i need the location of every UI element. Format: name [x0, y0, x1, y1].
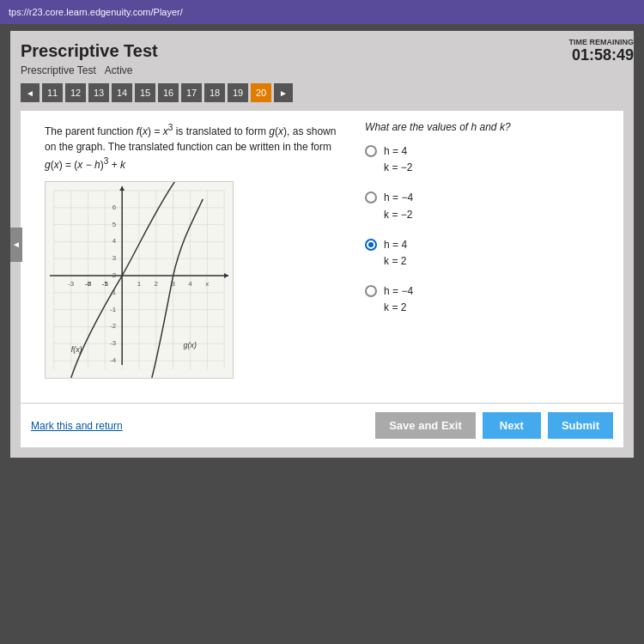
nav-item-12[interactable]: 12	[65, 83, 86, 102]
nav-item-14[interactable]: 14	[112, 83, 132, 102]
nav-item-15[interactable]: 15	[135, 83, 155, 102]
test-title: Prescriptive Test	[21, 41, 623, 61]
svg-text:-1: -1	[110, 306, 117, 313]
radio-option-2[interactable]	[365, 191, 377, 204]
svg-text:-3: -3	[68, 280, 75, 288]
nav-item-13[interactable]: 13	[88, 83, 109, 102]
main-content: TIME REMAINING 01:58:49 Prescriptive Tes…	[10, 31, 634, 458]
bottom-bar: Mark this and return Save and Exit Next …	[21, 403, 623, 447]
svg-text:x: x	[205, 280, 209, 288]
nav-item-18[interactable]: 18	[204, 83, 225, 102]
timer-label: TIME REMAINING	[569, 38, 635, 46]
svg-text:2: 2	[112, 271, 116, 279]
action-buttons: Save and Exit Next Submit	[375, 412, 613, 439]
svg-text:-3: -3	[110, 339, 117, 347]
svg-text:4: 4	[112, 237, 117, 245]
nav-next-button[interactable]: ►	[274, 83, 293, 102]
next-button[interactable]: Next	[483, 412, 541, 439]
left-panel: The parent function f(x) = x3 is transla…	[31, 121, 348, 392]
answer-text-3: h = 4k = 2	[384, 237, 407, 270]
right-panel: What are the values of h and k? h = 4k =…	[356, 121, 613, 392]
question-text: The parent function f(x) = x3 is transla…	[45, 121, 348, 173]
question-area: ◄ The parent function f(x) = x3 is trans…	[21, 111, 623, 403]
answer-option-2[interactable]: h = −4k = −2	[365, 190, 613, 222]
graph-container: -6 -5 -3 -2 -1 1 2 3 4 x	[45, 181, 234, 379]
save-exit-button[interactable]: Save and Exit	[375, 412, 476, 439]
svg-text:2: 2	[155, 280, 158, 288]
svg-text:1: 1	[137, 280, 142, 288]
nav-item-17[interactable]: 17	[181, 83, 202, 102]
nav-prev-button[interactable]: ◄	[21, 83, 39, 102]
timer-value: 01:58:49	[569, 46, 635, 64]
svg-text:4: 4	[188, 280, 192, 288]
nav-item-11[interactable]: 11	[42, 83, 63, 102]
nav-item-16[interactable]: 16	[158, 83, 179, 102]
svg-text:5: 5	[112, 221, 117, 228]
side-nav-left[interactable]: ◄	[10, 228, 22, 262]
svg-text:6: 6	[112, 204, 117, 211]
svg-marker-23	[224, 273, 228, 278]
radio-option-3[interactable]	[365, 239, 377, 251]
svg-text:-1: -1	[102, 280, 109, 288]
question-prompt: What are the values of h and k?	[365, 121, 613, 133]
answer-option-4[interactable]: h = −4k = 2	[365, 283, 613, 316]
answer-text-1: h = 4k = −2	[384, 143, 412, 176]
svg-marker-25	[119, 186, 125, 191]
svg-text:f(x): f(x)	[71, 345, 82, 354]
answer-text-4: h = −4k = 2	[384, 283, 413, 316]
subtitle-text: Prescriptive Test	[21, 64, 96, 76]
navigation-bar: ◄ 11 12 13 14 15 16 17 18 19 20 ►	[21, 83, 623, 102]
answer-option-3[interactable]: h = 4k = 2	[365, 237, 613, 270]
browser-url: tps://r23.core.learn.edgenuity.com/Playe…	[9, 7, 183, 17]
nav-item-19[interactable]: 19	[228, 83, 248, 102]
graph-svg: -6 -5 -3 -2 -1 1 2 3 4 x	[46, 182, 233, 378]
timer: TIME REMAINING 01:58:49	[569, 38, 635, 64]
nav-item-20[interactable]: 20	[251, 83, 271, 102]
svg-text:-2: -2	[110, 322, 116, 330]
svg-text:-4: -4	[110, 356, 117, 364]
radio-option-1[interactable]	[365, 145, 377, 157]
answer-option-1[interactable]: h = 4k = −2	[365, 143, 613, 176]
active-badge: Active	[105, 64, 133, 76]
svg-text:3: 3	[112, 254, 117, 262]
browser-bar: tps://r23.core.learn.edgenuity.com/Playe…	[0, 0, 644, 24]
test-subtitle: Prescriptive Test Active	[21, 64, 623, 76]
submit-button[interactable]: Submit	[548, 412, 613, 439]
answer-text-2: h = −4k = −2	[384, 190, 413, 222]
radio-option-4[interactable]	[365, 285, 377, 297]
mark-return-link[interactable]: Mark this and return	[31, 420, 123, 432]
svg-text:g(x): g(x)	[184, 341, 197, 349]
svg-text:-2: -2	[85, 280, 91, 288]
